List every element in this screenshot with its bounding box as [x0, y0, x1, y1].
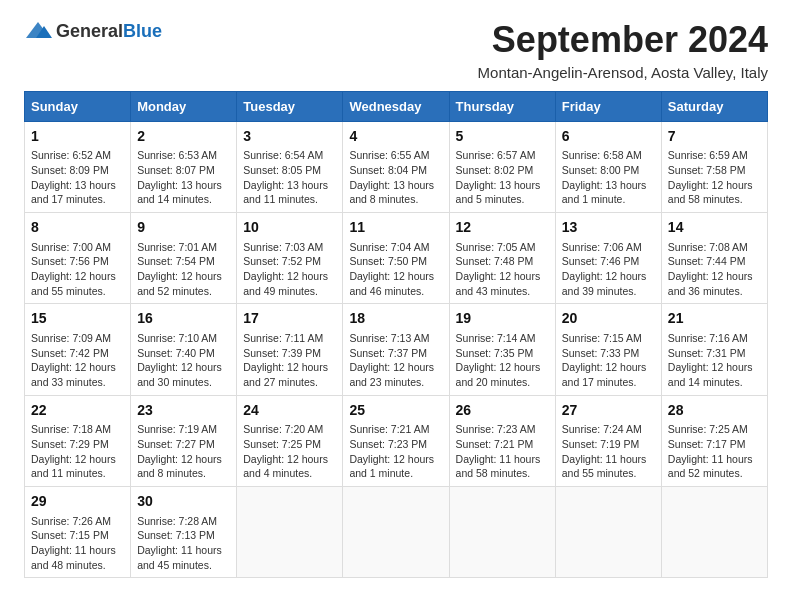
- day-info: Sunrise: 7:28 AMSunset: 7:13 PMDaylight:…: [137, 515, 222, 571]
- day-number: 22: [31, 401, 124, 421]
- day-info: Sunrise: 7:21 AMSunset: 7:23 PMDaylight:…: [349, 423, 434, 479]
- day-number: 13: [562, 218, 655, 238]
- day-info: Sunrise: 7:25 AMSunset: 7:17 PMDaylight:…: [668, 423, 753, 479]
- col-thursday: Thursday: [449, 91, 555, 121]
- table-row: 29Sunrise: 7:26 AMSunset: 7:15 PMDayligh…: [25, 486, 131, 577]
- col-tuesday: Tuesday: [237, 91, 343, 121]
- day-info: Sunrise: 7:05 AMSunset: 7:48 PMDaylight:…: [456, 241, 541, 297]
- table-row: 17Sunrise: 7:11 AMSunset: 7:39 PMDayligh…: [237, 304, 343, 395]
- day-info: Sunrise: 7:11 AMSunset: 7:39 PMDaylight:…: [243, 332, 328, 388]
- day-info: Sunrise: 7:04 AMSunset: 7:50 PMDaylight:…: [349, 241, 434, 297]
- calendar-week-1: 1Sunrise: 6:52 AMSunset: 8:09 PMDaylight…: [25, 121, 768, 212]
- col-monday: Monday: [131, 91, 237, 121]
- table-row: 23Sunrise: 7:19 AMSunset: 7:27 PMDayligh…: [131, 395, 237, 486]
- day-info: Sunrise: 7:03 AMSunset: 7:52 PMDaylight:…: [243, 241, 328, 297]
- table-row: 13Sunrise: 7:06 AMSunset: 7:46 PMDayligh…: [555, 212, 661, 303]
- title-section: September 2024 Montan-Angelin-Arensod, A…: [478, 20, 768, 81]
- table-row: 7Sunrise: 6:59 AMSunset: 7:58 PMDaylight…: [661, 121, 767, 212]
- table-row: 28Sunrise: 7:25 AMSunset: 7:17 PMDayligh…: [661, 395, 767, 486]
- day-number: 2: [137, 127, 230, 147]
- day-number: 6: [562, 127, 655, 147]
- day-info: Sunrise: 7:10 AMSunset: 7:40 PMDaylight:…: [137, 332, 222, 388]
- day-info: Sunrise: 6:57 AMSunset: 8:02 PMDaylight:…: [456, 149, 541, 205]
- table-row: 21Sunrise: 7:16 AMSunset: 7:31 PMDayligh…: [661, 304, 767, 395]
- day-number: 28: [668, 401, 761, 421]
- location-title: Montan-Angelin-Arensod, Aosta Valley, It…: [478, 64, 768, 81]
- day-info: Sunrise: 7:01 AMSunset: 7:54 PMDaylight:…: [137, 241, 222, 297]
- logo-icon: [24, 20, 52, 42]
- day-info: Sunrise: 6:58 AMSunset: 8:00 PMDaylight:…: [562, 149, 647, 205]
- col-wednesday: Wednesday: [343, 91, 449, 121]
- table-row: 8Sunrise: 7:00 AMSunset: 7:56 PMDaylight…: [25, 212, 131, 303]
- day-info: Sunrise: 7:24 AMSunset: 7:19 PMDaylight:…: [562, 423, 647, 479]
- day-info: Sunrise: 7:14 AMSunset: 7:35 PMDaylight:…: [456, 332, 541, 388]
- day-info: Sunrise: 7:13 AMSunset: 7:37 PMDaylight:…: [349, 332, 434, 388]
- day-number: 4: [349, 127, 442, 147]
- day-info: Sunrise: 7:00 AMSunset: 7:56 PMDaylight:…: [31, 241, 116, 297]
- day-info: Sunrise: 6:53 AMSunset: 8:07 PMDaylight:…: [137, 149, 222, 205]
- table-row: 26Sunrise: 7:23 AMSunset: 7:21 PMDayligh…: [449, 395, 555, 486]
- day-number: 3: [243, 127, 336, 147]
- day-number: 1: [31, 127, 124, 147]
- day-info: Sunrise: 7:06 AMSunset: 7:46 PMDaylight:…: [562, 241, 647, 297]
- table-row: [555, 486, 661, 577]
- table-row: 18Sunrise: 7:13 AMSunset: 7:37 PMDayligh…: [343, 304, 449, 395]
- table-row: 30Sunrise: 7:28 AMSunset: 7:13 PMDayligh…: [131, 486, 237, 577]
- day-number: 14: [668, 218, 761, 238]
- day-number: 19: [456, 309, 549, 329]
- table-row: 10Sunrise: 7:03 AMSunset: 7:52 PMDayligh…: [237, 212, 343, 303]
- day-number: 15: [31, 309, 124, 329]
- day-info: Sunrise: 7:23 AMSunset: 7:21 PMDaylight:…: [456, 423, 541, 479]
- day-number: 18: [349, 309, 442, 329]
- table-row: 24Sunrise: 7:20 AMSunset: 7:25 PMDayligh…: [237, 395, 343, 486]
- table-row: 4Sunrise: 6:55 AMSunset: 8:04 PMDaylight…: [343, 121, 449, 212]
- table-row: [449, 486, 555, 577]
- table-row: 3Sunrise: 6:54 AMSunset: 8:05 PMDaylight…: [237, 121, 343, 212]
- table-row: 1Sunrise: 6:52 AMSunset: 8:09 PMDaylight…: [25, 121, 131, 212]
- month-title: September 2024: [478, 20, 768, 60]
- day-number: 27: [562, 401, 655, 421]
- day-number: 20: [562, 309, 655, 329]
- day-number: 11: [349, 218, 442, 238]
- day-info: Sunrise: 7:15 AMSunset: 7:33 PMDaylight:…: [562, 332, 647, 388]
- day-number: 16: [137, 309, 230, 329]
- table-row: [661, 486, 767, 577]
- day-info: Sunrise: 7:08 AMSunset: 7:44 PMDaylight:…: [668, 241, 753, 297]
- calendar-week-2: 8Sunrise: 7:00 AMSunset: 7:56 PMDaylight…: [25, 212, 768, 303]
- table-row: 22Sunrise: 7:18 AMSunset: 7:29 PMDayligh…: [25, 395, 131, 486]
- day-info: Sunrise: 6:55 AMSunset: 8:04 PMDaylight:…: [349, 149, 434, 205]
- logo-text-general: General: [56, 21, 123, 41]
- calendar-week-4: 22Sunrise: 7:18 AMSunset: 7:29 PMDayligh…: [25, 395, 768, 486]
- day-number: 12: [456, 218, 549, 238]
- day-number: 26: [456, 401, 549, 421]
- day-number: 21: [668, 309, 761, 329]
- table-row: 27Sunrise: 7:24 AMSunset: 7:19 PMDayligh…: [555, 395, 661, 486]
- table-row: 19Sunrise: 7:14 AMSunset: 7:35 PMDayligh…: [449, 304, 555, 395]
- table-row: 20Sunrise: 7:15 AMSunset: 7:33 PMDayligh…: [555, 304, 661, 395]
- table-row: 5Sunrise: 6:57 AMSunset: 8:02 PMDaylight…: [449, 121, 555, 212]
- day-info: Sunrise: 7:09 AMSunset: 7:42 PMDaylight:…: [31, 332, 116, 388]
- table-row: 2Sunrise: 6:53 AMSunset: 8:07 PMDaylight…: [131, 121, 237, 212]
- day-number: 8: [31, 218, 124, 238]
- day-number: 17: [243, 309, 336, 329]
- day-number: 29: [31, 492, 124, 512]
- day-number: 9: [137, 218, 230, 238]
- day-number: 23: [137, 401, 230, 421]
- table-row: 25Sunrise: 7:21 AMSunset: 7:23 PMDayligh…: [343, 395, 449, 486]
- calendar-week-5: 29Sunrise: 7:26 AMSunset: 7:15 PMDayligh…: [25, 486, 768, 577]
- day-info: Sunrise: 7:16 AMSunset: 7:31 PMDaylight:…: [668, 332, 753, 388]
- calendar-week-3: 15Sunrise: 7:09 AMSunset: 7:42 PMDayligh…: [25, 304, 768, 395]
- day-number: 30: [137, 492, 230, 512]
- table-row: 14Sunrise: 7:08 AMSunset: 7:44 PMDayligh…: [661, 212, 767, 303]
- table-row: 12Sunrise: 7:05 AMSunset: 7:48 PMDayligh…: [449, 212, 555, 303]
- col-saturday: Saturday: [661, 91, 767, 121]
- table-row: [237, 486, 343, 577]
- col-friday: Friday: [555, 91, 661, 121]
- day-info: Sunrise: 7:20 AMSunset: 7:25 PMDaylight:…: [243, 423, 328, 479]
- table-row: [343, 486, 449, 577]
- day-number: 7: [668, 127, 761, 147]
- logo: GeneralBlue: [24, 20, 162, 42]
- day-info: Sunrise: 7:19 AMSunset: 7:27 PMDaylight:…: [137, 423, 222, 479]
- day-number: 10: [243, 218, 336, 238]
- table-row: 15Sunrise: 7:09 AMSunset: 7:42 PMDayligh…: [25, 304, 131, 395]
